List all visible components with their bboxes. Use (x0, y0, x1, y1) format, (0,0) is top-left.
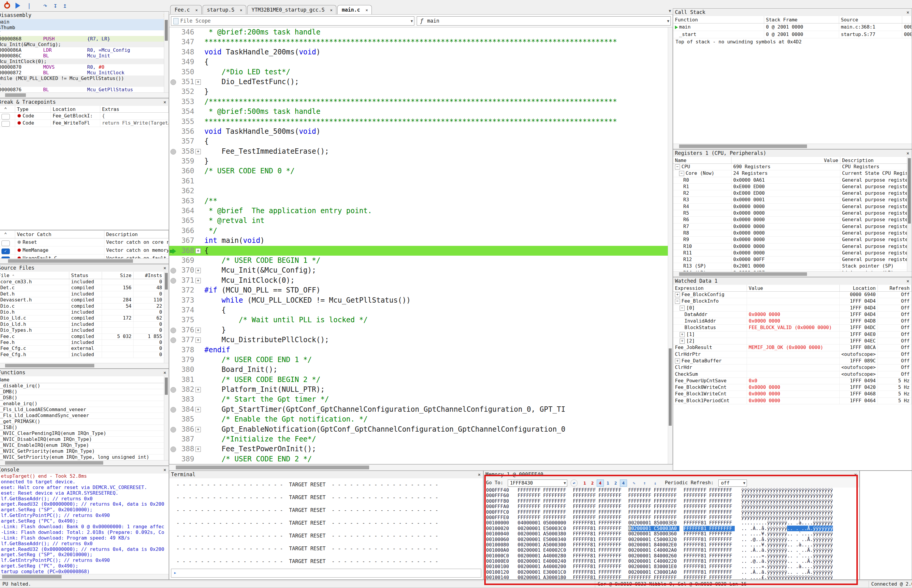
memory-cell[interactable]: 840002E0 (654, 542, 679, 548)
memory-cell[interactable]: FFFFFFFF (684, 504, 709, 509)
breakpoint-slot-icon[interactable] (170, 328, 176, 333)
memory-cell[interactable]: A4000200 (543, 564, 569, 569)
register-row[interactable]: R3 0x0000 0001General purpose register 3 (673, 197, 907, 204)
watch-row[interactable]: CheckSum <outofscope> Off (673, 371, 912, 378)
watch-row[interactable]: DataAddr 0x0000 0000 1FFF 04D4 Off (673, 312, 912, 318)
width-4-hex-button[interactable]: 4 (597, 480, 604, 487)
register-row[interactable]: R9 0x0000 0000General purpose register 9 (673, 237, 907, 243)
memory-cell[interactable]: FFFFFF81 (684, 531, 709, 536)
memory-cell[interactable]: FFFFFFFF (709, 493, 735, 498)
memory-cell[interactable]: FFFFFFFF (598, 515, 624, 520)
memory-cell[interactable]: E50003C0 (543, 526, 569, 531)
breakpoint-slot-icon[interactable] (170, 278, 176, 284)
memory-cell[interactable]: FFFFFFFF (654, 504, 679, 509)
memory-cell[interactable]: FFFFFFFF (598, 488, 624, 493)
tab-Fee.c[interactable]: Fee.c × (170, 5, 202, 15)
memory-cell[interactable]: FFFFFFFF (628, 493, 654, 498)
code-line-388[interactable]: 388+ Fee_TestPowerOnInit(); (169, 444, 668, 454)
fold-toggle-icon[interactable]: + (196, 387, 201, 393)
reset-icon[interactable]: |◀▾ (25, 2, 33, 10)
tree-toggle-icon[interactable]: − (675, 299, 680, 304)
power-icon[interactable] (4, 3, 10, 9)
breakpoint-slot-icon[interactable] (170, 338, 176, 343)
memory-cell[interactable]: 00200001 (628, 542, 654, 548)
memory-cell[interactable]: FFFFFF81 (684, 526, 709, 531)
code-line-368[interactable]: 368+{ (169, 246, 668, 256)
memory-cell[interactable]: FFFFFFFF (709, 531, 735, 536)
registers-vscrollbar[interactable] (907, 157, 912, 272)
step-into-icon[interactable]: ↧ (51, 2, 60, 10)
register-row[interactable]: −CPU 690 RegistersCPU Registers (673, 164, 907, 170)
code-line-350[interactable]: 350 /*Dio LED test*/ (169, 67, 668, 77)
vector-catch-hscrollbar[interactable] (0, 258, 168, 264)
load-memory-icon[interactable]: ⇓ (652, 480, 659, 487)
close-icon[interactable]: × (163, 99, 166, 106)
function-row[interactable]: __DSB() (0, 395, 164, 401)
memory-cell[interactable]: FFFFFFFF (628, 515, 654, 520)
source-file-row[interactable]: Fee.c compiled 5 032 1 855 (0, 334, 164, 340)
memory-cell[interactable]: FFFFFFFF (709, 515, 735, 520)
fold-toggle-icon[interactable]: + (196, 446, 201, 452)
close-icon[interactable]: × (163, 369, 166, 376)
memory-cell[interactable]: FFFFFFFF (654, 515, 679, 520)
close-icon[interactable]: × (478, 471, 481, 478)
code-line-349[interactable]: 349{ (169, 57, 668, 67)
memory-cell[interactable]: 00200001 (628, 526, 654, 531)
memory-cell[interactable]: FFFFFFFF (709, 564, 735, 569)
code-line-375[interactable]: 375 /* Wait until PLL is locked */ (169, 315, 668, 325)
fold-toggle-icon[interactable]: + (196, 248, 201, 254)
memory-row[interactable]: 000FFF40FFFFFFFFFFFFFFFFFFFFFFFFFFFFFFFF… (484, 488, 859, 493)
register-row[interactable]: R5 0x0000 0000General purpose register 5 (673, 210, 907, 217)
tab-startup.S[interactable]: startup.S × (202, 5, 246, 15)
disassembly-row[interactable]: } (0, 81, 164, 87)
breakpoint-slot-icon[interactable] (170, 79, 176, 85)
memory-row[interactable]: 000FFFE0FFFFFFFFFFFFFFFFFFFFFFFFFFFFFFFF… (484, 515, 859, 520)
memory-cell[interactable]: FFFFFFFF (709, 548, 735, 553)
code-line-387[interactable]: 387 /*Initialize the Fee*/ (169, 434, 668, 444)
memory-cell[interactable]: FFFFFFFF (654, 499, 679, 504)
memory-cell[interactable]: FFFFFFFF (709, 553, 735, 559)
memory-cell[interactable]: FFFFFFFF (543, 493, 569, 498)
memory-cell[interactable]: A5000300 (543, 542, 569, 548)
memory-cell[interactable]: 85000360 (654, 531, 679, 536)
memory-cell[interactable]: FFFFFFFF (709, 537, 735, 542)
code-line-373[interactable]: 373 while (MCU_PLL_LOCKED != Mcu_GetPllS… (169, 296, 668, 305)
breakpoint-slot-icon[interactable] (170, 427, 176, 433)
memory-cell[interactable]: 00200001 (628, 520, 654, 526)
code-line-385[interactable]: 385 /* Enable the Gpt notification. */ (169, 414, 668, 424)
memory-row[interactable]: 000FFF60FFFFFFFFFFFFFFFFFFFFFFFFFFFFFFFF… (484, 493, 859, 498)
disassembly-vscrollbar[interactable] (164, 11, 168, 93)
watch-row[interactable]: InvalidAddr 0x0000 0000 1FFF 04D8 Off (673, 318, 912, 325)
code-line-382[interactable]: 382+ Platform_Init(NULL_PTR); (169, 384, 668, 394)
memory-cell[interactable]: FFFFFFFF (684, 509, 709, 515)
memory-cell[interactable]: FFFFFFFF (518, 504, 543, 509)
memory-cell[interactable]: FFFFFFFF (598, 509, 624, 515)
source-file-row[interactable]: Dio_Types.h included 0 (0, 328, 164, 334)
close-icon[interactable]: × (163, 466, 166, 473)
code-line-386[interactable]: 386+ Gpt_EnableNotification(GptConf_GptC… (169, 425, 668, 434)
memory-cell[interactable]: FFFFFFFF (573, 488, 598, 493)
refresh-rate-select[interactable]: off▼ (718, 480, 747, 487)
function-row[interactable]: __disable_irq() (0, 383, 164, 389)
memory-cell[interactable]: FFFFFFFF (573, 499, 598, 504)
memory-cell[interactable]: C40002A0 (654, 548, 679, 553)
memory-cell[interactable]: E4000240 (543, 559, 569, 564)
function-row[interactable]: __Fls_Lld_LoadAESCommand_veneer (0, 407, 164, 413)
memory-cell[interactable]: C5000320 (654, 537, 679, 542)
memory-cell[interactable]: FFFFFFFF (709, 526, 735, 531)
watch-row[interactable]: −[0] 1FFF 04D4 Off (673, 305, 912, 312)
memory-cell[interactable]: FFFFFF81 (573, 575, 598, 579)
memory-cell[interactable]: FFFFFFFF (628, 504, 654, 509)
function-row[interactable]: __Fls_Lld_LoadCommandSync_veneer (0, 413, 164, 419)
sort-indicator[interactable]: ⌃ (0, 230, 15, 238)
memory-row[interactable]: 001000A000200001E40002C0FFFFFF81FFFFFFFF… (484, 548, 859, 553)
disassembly-row[interactable]: while (MCU_PLL_LOCKED != Mcu_GetPllStatu… (0, 76, 164, 81)
memory-cell[interactable]: C4000220 (654, 559, 679, 564)
memory-cell[interactable]: FFFFFF81 (573, 520, 598, 526)
memory-cell[interactable]: FFFFFF81 (684, 559, 709, 564)
breakpoint-slot-icon[interactable] (170, 149, 176, 155)
breakpoint-toggle[interactable] (2, 114, 10, 120)
memory-cell[interactable]: FFFFFFFF (709, 575, 735, 579)
memory-cell[interactable]: FFFFFF81 (573, 564, 598, 569)
memory-cell[interactable]: 00200001 (628, 531, 654, 536)
